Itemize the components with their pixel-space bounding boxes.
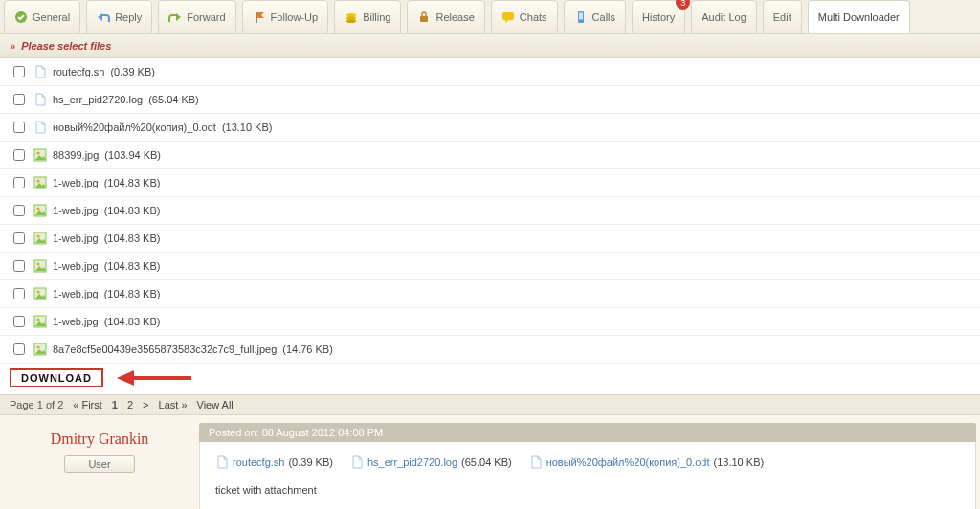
file-name: routecfg.sh (53, 66, 104, 77)
attachment-size: (13.10 KB) (714, 456, 765, 468)
document-icon (33, 121, 47, 134)
image-icon (33, 232, 47, 245)
file-name: hs_err_pid2720.log (53, 94, 143, 105)
svg-point-22 (37, 319, 40, 321)
file-row: 1-web.jpg (104.83 KB) (0, 169, 980, 197)
svg-point-24 (37, 346, 40, 349)
attachment-link[interactable]: новый%20файл%20(копия)_0.odt (546, 456, 710, 468)
file-row: 1-web.jpg (104.83 KB) (0, 253, 980, 280)
chat-icon (501, 11, 515, 24)
svg-point-18 (37, 263, 40, 266)
image-icon (33, 287, 47, 300)
svg-rect-1 (256, 12, 257, 23)
tab-reply[interactable]: Reply (86, 0, 152, 33)
page-first[interactable]: « First (73, 399, 102, 410)
tab-calls[interactable]: Calls (564, 0, 626, 33)
tab-label: Follow-Up (271, 11, 319, 23)
post-area: Dmitry Grankin User Posted on: 08 August… (0, 415, 980, 509)
file-size: (0.39 KB) (110, 66, 154, 77)
file-row: 88399.jpg (103.94 KB) (0, 142, 980, 169)
tab-audit-log[interactable]: Audit Log (691, 0, 756, 33)
file-row: 1-web.jpg (104.83 KB) (0, 225, 980, 253)
forward-icon (168, 11, 182, 24)
file-checkbox[interactable] (13, 343, 25, 355)
file-row: новый%20файл%20(копия)_0.odt (13.10 KB) (0, 114, 980, 142)
file-row: 8a7e8cf5e00439e3565873583c32c7c9_full.jp… (0, 336, 980, 364)
file-size: (103.94 KB) (104, 149, 161, 161)
svg-marker-26 (117, 370, 134, 386)
svg-point-16 (37, 235, 40, 238)
post-content: routecfg.sh (0.39 KB)hs_err_pid2720.log … (199, 442, 976, 509)
tab-label: History (642, 11, 675, 23)
file-name: новый%20файл%20(копия)_0.odt (53, 122, 216, 133)
tab-chats[interactable]: Chats (491, 0, 558, 33)
tab-edit[interactable]: Edit (763, 0, 802, 33)
check-icon (14, 11, 28, 24)
file-checkbox[interactable] (13, 288, 25, 299)
post-message: ticket with attachment (215, 484, 960, 496)
attachment-size: (65.04 KB) (461, 456, 512, 468)
file-size: (13.10 KB) (222, 122, 273, 133)
notification-badge: 3 (676, 0, 690, 10)
document-icon (33, 93, 47, 106)
page-view-all[interactable]: View All (197, 399, 234, 410)
image-icon (33, 148, 47, 162)
page-last[interactable]: Last » (159, 399, 188, 410)
download-button[interactable]: DOWNLOAD (10, 368, 103, 387)
file-size: (104.83 KB) (104, 260, 161, 272)
tab-release[interactable]: Release (407, 0, 484, 33)
post-timestamp: Posted on: 08 August 2012 04:08 PM (199, 423, 976, 442)
tab-multi-downloader[interactable]: Multi Downloader (808, 0, 910, 33)
file-name: 1-web.jpg (53, 177, 99, 188)
post-author-role: User (64, 455, 134, 473)
tab-label: Reply (115, 11, 142, 23)
file-size: (65.04 KB) (148, 94, 199, 105)
page-1[interactable]: 1 (112, 399, 118, 410)
tab-label: Release (435, 11, 474, 23)
post-author-name: Dmitry Grankin (8, 431, 191, 448)
coins-icon (345, 11, 358, 24)
tab-bar: GeneralReplyForwardFollow-UpBillingRelea… (0, 0, 980, 34)
tab-general[interactable]: General (4, 0, 80, 33)
tab-label: General (33, 11, 70, 23)
tab-label: Audit Log (702, 11, 746, 23)
tab-label: Billing (363, 11, 390, 23)
file-name: 88399.jpg (53, 149, 99, 161)
file-checkbox[interactable] (13, 94, 25, 105)
image-icon (33, 315, 47, 328)
page-2[interactable]: 2 (127, 399, 133, 410)
file-row: 1-web.jpg (104.83 KB) (0, 197, 980, 225)
tab-follow-up[interactable]: Follow-Up (242, 0, 329, 33)
file-row: 1-web.jpg (104.83 KB) (0, 308, 980, 336)
file-row: hs_err_pid2720.log (65.04 KB) (0, 86, 980, 114)
file-name: 1-web.jpg (53, 288, 99, 299)
file-checkbox[interactable] (13, 232, 25, 244)
attachment-item: новый%20файл%20(копия)_0.odt (13.10 KB) (529, 455, 764, 469)
select-files-bar: » Please select files (0, 34, 980, 58)
file-checkbox[interactable] (13, 122, 25, 133)
file-checkbox[interactable] (13, 316, 25, 327)
file-checkbox[interactable] (13, 260, 25, 272)
pagination-bar: Page 1 of 2 « First 1 2 > Last » View Al… (0, 394, 980, 415)
attachment-link[interactable]: routecfg.sh (233, 456, 284, 468)
tab-history[interactable]: History3 (632, 0, 685, 33)
post-attachments: routecfg.sh (0.39 KB)hs_err_pid2720.log … (215, 455, 960, 469)
reply-icon (97, 11, 110, 24)
post-body: Posted on: 08 August 2012 04:08 PM route… (199, 423, 976, 509)
tab-billing[interactable]: Billing (334, 0, 401, 33)
file-checkbox[interactable] (13, 66, 25, 77)
file-checkbox[interactable] (13, 205, 25, 216)
flag-icon (253, 11, 266, 24)
file-size: (14.76 KB) (282, 343, 333, 355)
callout-arrow-icon (117, 367, 193, 388)
file-checkbox[interactable] (13, 177, 25, 188)
file-size: (104.83 KB) (104, 232, 161, 244)
attachment-link[interactable]: hs_err_pid2720.log (368, 456, 457, 468)
tab-forward[interactable]: Forward (158, 0, 235, 33)
file-name: 1-web.jpg (53, 205, 99, 216)
chevron-right-icon: » (10, 40, 15, 52)
file-checkbox[interactable] (13, 149, 25, 161)
file-name: 1-web.jpg (53, 232, 99, 244)
page-next[interactable]: > (143, 399, 148, 410)
file-list: routecfg.sh (0.39 KB)hs_err_pid2720.log … (0, 58, 980, 364)
